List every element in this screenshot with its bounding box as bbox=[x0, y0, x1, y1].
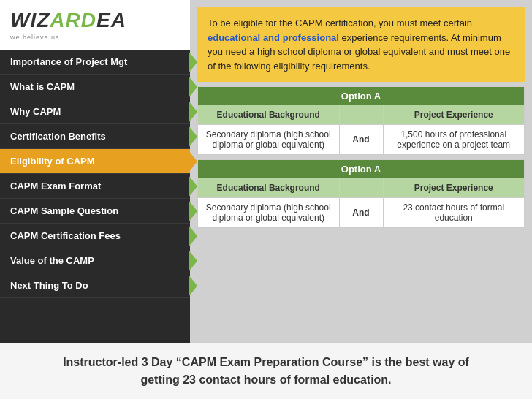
sidebar-item-what-is-capm[interactable]: What is CAPM bbox=[0, 75, 190, 99]
option-b-col-headers: Educational Background Project Experienc… bbox=[198, 178, 524, 197]
sidebar-item-next-thing[interactable]: Next Thing To Do bbox=[0, 273, 190, 298]
top-section: WIZARDEA we believe us Importance of Pro… bbox=[0, 0, 532, 343]
footer-line1: Instructor-led 3 Day “CAPM Exam Preparat… bbox=[63, 356, 469, 368]
logo-ea: EA bbox=[96, 9, 126, 31]
option-a-col-headers: Educational Background Project Experienc… bbox=[198, 105, 524, 124]
sidebar-item-label: CAPM Sample Question bbox=[10, 205, 118, 216]
footer-line2: getting 23 contact hours of formal educa… bbox=[140, 373, 391, 386]
option-table-a: Option A Educational Background Project … bbox=[197, 86, 525, 155]
tables-area: Option A Educational Background Project … bbox=[197, 86, 525, 336]
cell-edu-b: Secondary diploma (high school diploma o… bbox=[198, 198, 340, 227]
option-a-header: Option A bbox=[198, 87, 524, 105]
sidebar-item-exam-format[interactable]: CAPM Exam Format bbox=[0, 174, 190, 199]
sidebar-item-label: Why CAPM bbox=[10, 106, 61, 117]
intro-educational: educational bbox=[208, 32, 260, 43]
intro-and: and bbox=[263, 32, 280, 43]
sidebar-item-eligibility[interactable]: Eligibility of CAPM bbox=[0, 149, 190, 174]
sidebar-item-label: Certification Benefits bbox=[10, 131, 106, 142]
logo-area: WIZARDEA we believe us bbox=[0, 0, 190, 50]
logo-wiz: WIZ bbox=[10, 9, 50, 31]
sidebar-item-label: Next Thing To Do bbox=[10, 280, 88, 291]
sidebar-item-label: CAPM Exam Format bbox=[10, 180, 101, 191]
sidebar-item-label: What is CAPM bbox=[10, 81, 75, 92]
logo-ard: ARD bbox=[50, 9, 96, 31]
sidebar-item-importance[interactable]: Importance of Project Mgt bbox=[0, 50, 190, 75]
logo-tagline: we believe us bbox=[10, 34, 60, 41]
col-and-header-a bbox=[340, 105, 384, 124]
option-a-row: Secondary diploma (high school diploma o… bbox=[198, 124, 524, 154]
intro-professional: professional bbox=[283, 32, 339, 43]
intro-box: To be eligible for the CAPM certificatio… bbox=[197, 7, 525, 82]
col-proj-header-a: Project Experience bbox=[384, 105, 525, 124]
footer-text: Instructor-led 3 Day “CAPM Exam Preparat… bbox=[15, 354, 517, 389]
sidebar-item-label: CAPM Certification Fees bbox=[10, 230, 121, 241]
cell-and-b: And bbox=[340, 198, 384, 227]
sidebar-item-cert-fees[interactable]: CAPM Certification Fees bbox=[0, 224, 190, 248]
cell-and-a: And bbox=[340, 125, 384, 154]
sidebar-item-sample-question[interactable]: CAPM Sample Question bbox=[0, 199, 190, 224]
cell-proj-a: 1,500 hours of professional experience o… bbox=[384, 125, 525, 154]
content-area: To be eligible for the CAPM certificatio… bbox=[190, 0, 532, 343]
col-edu-header-a: Educational Background bbox=[198, 105, 340, 124]
nav-items: Importance of Project Mgt What is CAPM W… bbox=[0, 50, 190, 343]
col-proj-header-b: Project Experience bbox=[384, 178, 525, 197]
sidebar-item-label: Value of the CAMP bbox=[10, 255, 94, 266]
sidebar: WIZARDEA we believe us Importance of Pro… bbox=[0, 0, 190, 343]
sidebar-item-value-camp[interactable]: Value of the CAMP bbox=[0, 248, 190, 273]
sidebar-item-why-capm[interactable]: Why CAPM bbox=[0, 99, 190, 124]
col-and-header-b bbox=[340, 178, 384, 197]
option-b-row: Secondary diploma (high school diploma o… bbox=[198, 197, 524, 227]
sidebar-item-cert-benefits[interactable]: Certification Benefits bbox=[0, 124, 190, 149]
intro-text-start: To be eligible for the CAPM certificatio… bbox=[208, 18, 472, 28]
col-edu-header-b: Educational Background bbox=[198, 178, 340, 197]
logo: WIZARDEA bbox=[10, 9, 126, 32]
cell-proj-b: 23 contact hours of formal education bbox=[384, 198, 525, 227]
sidebar-item-label: Importance of Project Mgt bbox=[10, 56, 127, 67]
cell-edu-a: Secondary diploma (high school diploma o… bbox=[198, 125, 340, 154]
sidebar-item-label: Eligibility of CAPM bbox=[10, 156, 95, 167]
option-b-header: Option A bbox=[198, 160, 524, 178]
page-container: WIZARDEA we believe us Importance of Pro… bbox=[0, 0, 532, 399]
footer-area: Instructor-led 3 Day “CAPM Exam Preparat… bbox=[0, 343, 532, 399]
option-table-b: Option A Educational Background Project … bbox=[197, 159, 525, 228]
